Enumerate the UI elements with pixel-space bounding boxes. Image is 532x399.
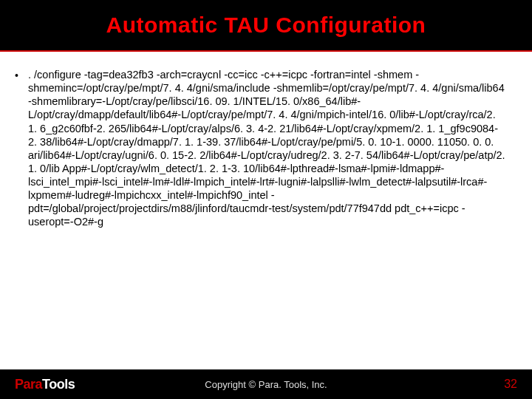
configure-command-text: . /configure -tag=dea32fb3 -arch=craycnl… (28, 68, 507, 392)
paratools-logo: Para Tools (15, 377, 75, 392)
footer-bar: Para Tools Copyright © Para. Tools, Inc.… (0, 369, 532, 399)
slide-title: Automatic TAU Configuration (106, 13, 426, 38)
content-area: • . /configure -tag=dea32fb3 -arch=crayc… (0, 52, 532, 399)
page-number: 32 (504, 378, 517, 391)
copyright-text: Copyright © Para. Tools, Inc. (205, 379, 327, 390)
logo-text-para: Para (15, 377, 42, 392)
slide: Automatic TAU Configuration • . /configu… (0, 0, 532, 399)
bullet-icon: • (15, 68, 28, 392)
logo-text-tools: Tools (42, 377, 75, 392)
title-bar: Automatic TAU Configuration (0, 0, 532, 52)
